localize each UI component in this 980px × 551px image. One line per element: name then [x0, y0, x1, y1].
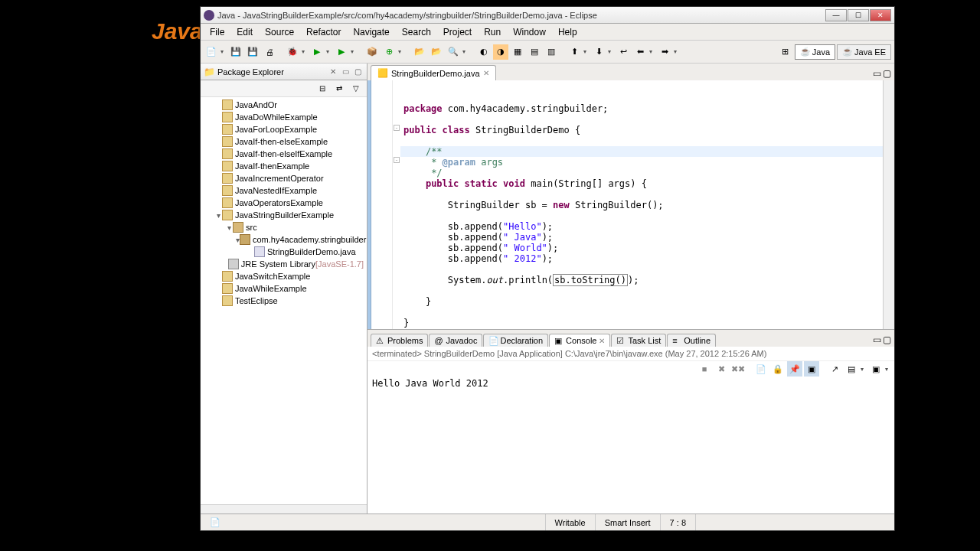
- last-edit-button[interactable]: ↩: [616, 44, 631, 60]
- tree-item[interactable]: JavaIf-thenExample: [201, 160, 367, 172]
- new-type-dropdown[interactable]: ▾: [398, 48, 404, 55]
- toggle-whitespace-button[interactable]: ▥: [544, 44, 559, 60]
- menu-search[interactable]: Search: [396, 25, 437, 39]
- minimize-bottom-button[interactable]: ▭: [873, 334, 881, 345]
- tab-tasklist[interactable]: ☑Task List: [611, 334, 666, 347]
- tree-item[interactable]: JavaOperatorsExample: [201, 197, 367, 209]
- fold-gutter[interactable]: - -: [393, 80, 400, 329]
- open-perspective-button[interactable]: ⊞: [778, 44, 793, 60]
- perspective-java[interactable]: ☕Java: [795, 44, 835, 60]
- close-tab-button[interactable]: ✕: [483, 69, 489, 77]
- debug-button[interactable]: 🐞: [285, 44, 300, 60]
- menu-window[interactable]: Window: [507, 25, 552, 39]
- link-editor-button[interactable]: ⇄: [332, 81, 347, 96]
- new-button[interactable]: 📄: [204, 44, 219, 60]
- menu-navigate[interactable]: Navigate: [347, 25, 395, 39]
- view-menu-button[interactable]: ▽: [348, 81, 364, 96]
- run-dropdown[interactable]: ▾: [326, 48, 332, 55]
- maximize-editor-button[interactable]: ▢: [883, 68, 891, 79]
- tree-hscroll[interactable]: [201, 504, 367, 514]
- print-button[interactable]: 🖨: [262, 44, 277, 60]
- menu-edit[interactable]: Edit: [230, 25, 259, 39]
- save-all-button[interactable]: 💾: [245, 44, 260, 60]
- tree-item[interactable]: TestEclipse: [201, 295, 367, 307]
- tree-item[interactable]: JavaIf-then-elseExample: [201, 135, 367, 148]
- new-console-dropdown[interactable]: ▾: [885, 366, 891, 373]
- tree-item[interactable]: JavaDoWhileExample: [201, 111, 367, 123]
- toggle-word-button[interactable]: ▤: [527, 44, 542, 60]
- save-button[interactable]: 💾: [228, 44, 243, 60]
- remove-all-button[interactable]: ✖✖: [730, 361, 746, 377]
- annotation-next-button[interactable]: ⬇: [591, 44, 606, 60]
- open-task-button[interactable]: 📂: [429, 44, 444, 60]
- tab-outline[interactable]: ≡Outline: [667, 334, 716, 347]
- minimize-button[interactable]: —: [825, 9, 847, 21]
- open-console-button[interactable]: ↗: [827, 361, 842, 377]
- minimize-editor-button[interactable]: ▭: [873, 68, 881, 79]
- menu-help[interactable]: Help: [552, 25, 583, 39]
- menu-refactor[interactable]: Refactor: [300, 25, 347, 39]
- tree-item[interactable]: JavaNestedIfExample: [201, 184, 367, 197]
- new-type-button[interactable]: ⊕: [381, 44, 397, 60]
- run-button[interactable]: ▶: [309, 44, 325, 60]
- clear-console-button[interactable]: 📄: [753, 361, 769, 377]
- maximize-view-button[interactable]: ▢: [351, 66, 364, 78]
- annotation-next-dropdown[interactable]: ▾: [608, 48, 614, 55]
- tab-javadoc[interactable]: @Javadoc: [429, 334, 482, 347]
- toggle-mark-button[interactable]: ◑: [493, 44, 508, 60]
- search-button[interactable]: 🔍: [446, 44, 461, 60]
- collapse-all-button[interactable]: ⊟: [315, 81, 330, 96]
- tab-console[interactable]: ▣Console ✕: [549, 334, 610, 347]
- debug-dropdown[interactable]: ▾: [302, 48, 308, 55]
- fold-toggle[interactable]: -: [394, 125, 400, 131]
- annotation-prev-dropdown[interactable]: ▾: [583, 48, 590, 55]
- tab-declaration[interactable]: 📄Declaration: [483, 334, 548, 347]
- tree-item[interactable]: ▾JavaStringBuilderExample: [201, 209, 367, 221]
- perspective-javaee[interactable]: ☕Java EE: [837, 44, 891, 60]
- pin-console-button[interactable]: 📌: [787, 361, 802, 377]
- tree-item[interactable]: JavaForLoopExample: [201, 123, 367, 135]
- editor-tab-stringbuilderdemo[interactable]: 🟨 StringBuilderDemo.java ✕: [371, 65, 496, 80]
- back-dropdown[interactable]: ▾: [649, 48, 655, 55]
- forward-dropdown[interactable]: ▾: [674, 48, 680, 55]
- menu-file[interactable]: File: [204, 25, 230, 39]
- open-type-button[interactable]: 📂: [412, 44, 427, 60]
- toggle-block-button[interactable]: ▦: [510, 44, 525, 60]
- code-editor[interactable]: - - package com.hy4academy.stringbuilder…: [368, 80, 894, 329]
- close-button[interactable]: ✕: [870, 9, 891, 21]
- tree-item[interactable]: JavaAndOr: [201, 99, 367, 111]
- tree-item[interactable]: JavaIncrementOperator: [201, 172, 367, 184]
- maximize-button[interactable]: ☐: [848, 9, 869, 21]
- new-package-button[interactable]: 📦: [364, 44, 380, 60]
- annotation-prev-button[interactable]: ⬆: [567, 44, 582, 60]
- close-view-button[interactable]: ✕: [327, 66, 339, 78]
- scroll-lock-button[interactable]: 🔒: [770, 361, 786, 377]
- tree-item[interactable]: ▾com.hy4academy.stringbuilder: [201, 233, 367, 246]
- line-gutter[interactable]: [371, 80, 393, 329]
- terminate-button[interactable]: ■: [697, 361, 712, 377]
- run-ext-button[interactable]: ▶: [334, 44, 349, 60]
- menu-run[interactable]: Run: [478, 25, 507, 39]
- maximize-bottom-button[interactable]: ▢: [883, 334, 891, 345]
- new-dropdown[interactable]: ▾: [220, 48, 227, 55]
- tree-item[interactable]: ▾src: [201, 221, 367, 233]
- display-console-dropdown[interactable]: ▾: [861, 366, 867, 373]
- search-dropdown[interactable]: ▾: [462, 48, 469, 55]
- back-button[interactable]: ⬅: [632, 44, 648, 60]
- menu-project[interactable]: Project: [437, 25, 478, 39]
- menu-source[interactable]: Source: [259, 25, 300, 39]
- tree-item[interactable]: JavaWhileExample: [201, 282, 367, 295]
- close-console-button[interactable]: ✕: [599, 337, 605, 345]
- remove-launch-button[interactable]: ✖: [714, 361, 729, 377]
- fold-toggle[interactable]: -: [394, 157, 400, 163]
- code-content[interactable]: package com.hy4academy.stringbuilder; pu…: [403, 103, 880, 328]
- run-ext-dropdown[interactable]: ▾: [351, 48, 357, 55]
- package-tree[interactable]: JavaAndOrJavaDoWhileExampleJavaForLoopEx…: [201, 97, 367, 504]
- tree-item[interactable]: JavaSwitchExample: [201, 270, 367, 282]
- tab-problems[interactable]: ⚠Problems: [371, 334, 428, 347]
- minimize-view-button[interactable]: ▭: [339, 66, 351, 78]
- tree-item[interactable]: JRE System Library [JavaSE-1.7]: [201, 258, 367, 270]
- forward-button[interactable]: ➡: [657, 44, 672, 60]
- tree-item[interactable]: JavaIf-then-elseIfExample: [201, 148, 367, 160]
- new-console-button[interactable]: ▣: [868, 361, 884, 377]
